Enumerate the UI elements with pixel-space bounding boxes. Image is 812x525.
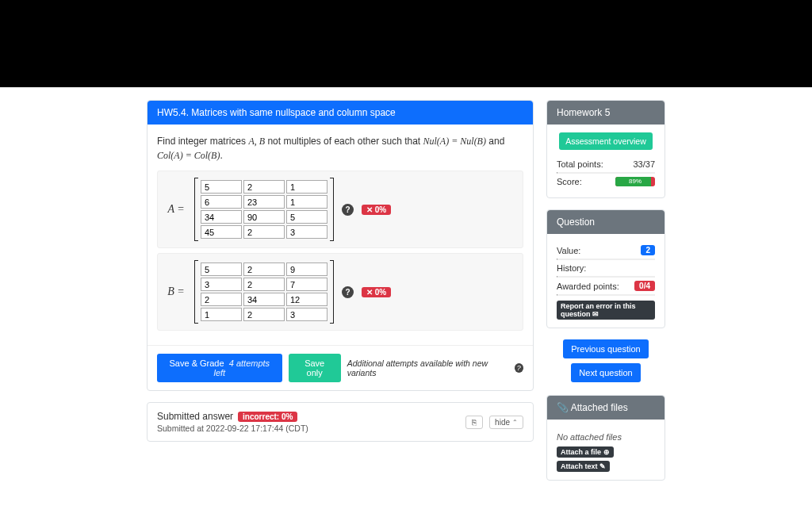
save-grade-label: Save & Grade <box>170 358 224 368</box>
matrix-B-cell[interactable] <box>243 308 285 321</box>
no-files-text: No attached files <box>557 427 655 446</box>
value-label: Value: <box>557 246 580 255</box>
matrix-B-cell[interactable] <box>243 262 285 276</box>
copy-button[interactable]: ⎘ <box>465 416 483 429</box>
total-points-label: Total points: <box>557 159 603 169</box>
matrix-A-cell[interactable] <box>286 180 327 194</box>
hide-button[interactable]: hide ⌃ <box>489 416 523 429</box>
q-text-part3: and <box>488 136 504 147</box>
save-grade-button[interactable]: Save & Grade 4 attempts left <box>157 354 282 382</box>
submitted-timestamp: Submitted at 2022-09-22 17:17:44 (CDT) <box>157 423 459 433</box>
side-column: Homework 5 Assessment overview Total poi… <box>546 100 665 492</box>
math-col-eq: Col(A) = Col(B) <box>157 150 220 161</box>
awarded-badge: 0/4 <box>634 281 655 291</box>
matrix-B-cell[interactable] <box>243 278 285 291</box>
paperclip-icon: 📎 <box>557 402 569 413</box>
matrix-A-cell[interactable] <box>243 225 285 239</box>
submitted-left: Submitted answer incorrect: 0% Submitted… <box>157 411 459 433</box>
variant-note: Additional attempts available with new v… <box>347 358 523 377</box>
homework-body: Assessment overview Total points: 33/37 … <box>547 125 665 197</box>
matrix-B-cell[interactable] <box>286 293 327 306</box>
question-text: Find integer matrices A, B not multiples… <box>157 134 523 163</box>
submitted-badge: incorrect: 0% <box>238 412 297 422</box>
nav-buttons: Previous question Next question <box>546 339 665 387</box>
matrix-B-cell[interactable] <box>286 308 327 321</box>
main-column: HW5.4. Matrices with same nullspace and … <box>147 100 534 453</box>
matrix-A-cell[interactable] <box>201 195 242 209</box>
matrix-B-row: B = <box>157 253 523 331</box>
action-row: Save & Grade 4 attempts left Save only A… <box>147 345 533 390</box>
matrix-B-score-badge: ✕ 0% <box>362 287 391 297</box>
submitted-row: Submitted answer incorrect: 0% Submitted… <box>147 403 533 441</box>
matrix-B-cell[interactable] <box>286 262 327 276</box>
submitted-answer-card: Submitted answer incorrect: 0% Submitted… <box>147 402 534 442</box>
matrix-A-score-badge: ✕ 0% <box>362 205 391 215</box>
page-container: HW5.4. Matrices with same nullspace and … <box>0 87 812 523</box>
submitted-title: Submitted answer <box>157 411 233 422</box>
question-body: Find integer matrices A, B not multiples… <box>147 125 533 345</box>
attached-files-body: No attached files Attach a file ⊕ Attach… <box>547 420 665 480</box>
assessment-overview-button[interactable]: Assessment overview <box>559 132 653 150</box>
matrix-B-label: B = <box>166 285 186 298</box>
question-header: HW5.4. Matrices with same nullspace and … <box>147 101 533 125</box>
attach-file-button[interactable]: Attach a file ⊕ <box>557 446 614 458</box>
attached-files-label: Attached files <box>571 402 628 413</box>
question-info-body: Value: 2 History: Awarded points: 0/4 Re… <box>547 234 665 328</box>
save-only-button[interactable]: Save only <box>289 354 341 382</box>
total-points-value: 33/37 <box>633 159 655 169</box>
matrix-B-cell[interactable] <box>286 278 327 291</box>
matrix-A-bracket <box>194 178 334 241</box>
matrix-A-cell[interactable] <box>243 180 285 194</box>
math-nul-eq: Nul(A) = Nul(B) <box>423 136 486 147</box>
q-text-part1: Find integer matrices <box>157 136 248 147</box>
matrix-B-cell[interactable] <box>201 293 242 306</box>
awarded-label: Awarded points: <box>557 282 619 291</box>
matrix-B-cell[interactable] <box>201 278 242 291</box>
report-error-button[interactable]: Report an error in this question ✉ <box>557 301 655 320</box>
question-info-header: Question <box>547 210 665 234</box>
matrix-B-bracket <box>194 260 334 324</box>
matrix-A-cell[interactable] <box>243 210 285 224</box>
math-A-B: A, B <box>248 136 265 147</box>
variant-note-text: Additional attempts available with new v… <box>347 358 511 377</box>
copy-icon: ⎘ <box>472 418 477 427</box>
matrix-A-grid <box>198 178 330 241</box>
attach-text-button[interactable]: Attach text ✎ <box>557 461 610 472</box>
next-question-button[interactable]: Next question <box>571 363 640 382</box>
attached-files-header: 📎 Attached files <box>547 396 665 420</box>
matrix-A-cell[interactable] <box>286 210 327 224</box>
top-black-bar <box>0 0 812 87</box>
question-card: HW5.4. Matrices with same nullspace and … <box>147 100 534 391</box>
score-bar: 89% <box>615 177 655 186</box>
chevron-up-icon: ⌃ <box>512 419 518 426</box>
matrix-A-cell[interactable] <box>201 225 242 239</box>
matrix-B-cell[interactable] <box>201 262 242 276</box>
matrix-B-cell[interactable] <box>201 308 242 321</box>
matrix-A-cell[interactable] <box>286 195 327 209</box>
info-icon[interactable]: ? <box>515 363 523 373</box>
assessment-button-wrap: Assessment overview <box>557 132 655 150</box>
help-icon[interactable]: ? <box>342 286 354 298</box>
matrix-A-cell[interactable] <box>201 210 242 224</box>
homework-card: Homework 5 Assessment overview Total poi… <box>546 100 665 198</box>
matrix-A-cell[interactable] <box>286 225 327 239</box>
bracket-right <box>330 260 334 324</box>
question-info-card: Question Value: 2 History: Awarded point… <box>546 209 665 328</box>
hide-label: hide <box>495 418 510 427</box>
help-icon[interactable]: ? <box>342 204 354 216</box>
attached-files-card: 📎 Attached files No attached files Attac… <box>546 395 665 481</box>
history-label: History: <box>557 263 586 273</box>
homework-header: Homework 5 <box>547 101 665 125</box>
q-text-part2: not multiples of each other such that <box>267 136 423 147</box>
matrix-A-row: A = <box>157 171 523 248</box>
bracket-right <box>330 178 334 241</box>
previous-question-button[interactable]: Previous question <box>563 339 648 358</box>
score-pct: 89% <box>615 177 655 186</box>
score-label: Score: <box>557 177 582 186</box>
matrix-A-label: A = <box>166 203 186 216</box>
matrix-B-grid <box>198 260 330 324</box>
value-badge: 2 <box>641 245 655 255</box>
matrix-A-cell[interactable] <box>243 195 285 209</box>
matrix-B-cell[interactable] <box>243 293 285 306</box>
matrix-A-cell[interactable] <box>201 180 242 194</box>
